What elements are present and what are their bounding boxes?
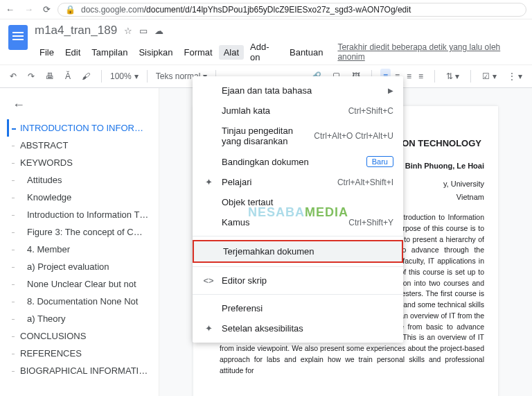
menu-separator (193, 294, 403, 295)
outline-item[interactable]: Attitudes (7, 171, 153, 189)
menu-item-icon: ✦ (202, 323, 215, 334)
menu-item[interactable]: Bandingkan dokumenBaru (193, 151, 403, 172)
menu-shortcut: Ctrl+Alt+O Ctrl+Alt+U (314, 131, 393, 141)
outline-item[interactable]: REFERENCES (7, 345, 153, 362)
menu-item[interactable]: ✦PelajariCtrl+Alt+Shift+I (193, 172, 403, 192)
menu-item[interactable]: Tinjau pengeditan yang disarankanCtrl+Al… (193, 121, 403, 151)
align-justify-icon[interactable]: ≡ (416, 69, 426, 84)
back-icon[interactable]: ← (6, 4, 15, 15)
menu-bantuan[interactable]: Bantuan (285, 45, 328, 60)
menu-item-label: Bandingkan dokumen (222, 157, 360, 167)
menu-shortcut: Ctrl+Shift+C (348, 106, 393, 116)
menu-tampilan[interactable]: Tampilan (87, 45, 132, 60)
paint-format-icon[interactable]: 🖌 (79, 69, 93, 83)
watermark: NESABAMEDIA (248, 205, 348, 220)
chevron-down-icon: ▾ (134, 71, 139, 81)
url-path: /document/d/14lpYhsDPou1jb65yDlcZ9EIESxo… (144, 5, 411, 15)
zoom-select[interactable]: 100% ▾ (110, 71, 139, 81)
outline-item[interactable]: CONCLUSIONS (7, 327, 153, 345)
document-outline: ← INTRODUCTION TO INFORM…ABSTRACTKEYWORD… (0, 88, 159, 396)
browser-chrome: ← → ⟳ 🔒 docs.google.com/document/d/14lpY… (0, 0, 532, 19)
print-icon[interactable]: 🖶 (43, 69, 57, 83)
outline-item[interactable]: 4. Member (7, 241, 153, 258)
browser-nav: ← → ⟳ (6, 4, 51, 15)
outline-item[interactable]: BIOGRAPHICAL INFORMATI… (7, 362, 153, 379)
menu-add-on[interactable]: Add-on (245, 40, 283, 64)
menu-format[interactable]: Format (179, 45, 218, 60)
menu-item-icon: ✦ (202, 177, 215, 187)
url-bar[interactable]: 🔒 docs.google.com/document/d/14lpYhsDPou… (57, 3, 526, 17)
menu-alat[interactable]: Alat (219, 45, 244, 60)
menu-bar: FileEditTampilanSisipkanFormatAlatAdd-on… (35, 40, 525, 64)
outline-item[interactable]: ABSTRACT (7, 137, 153, 154)
outline-item[interactable]: Knowledge (7, 189, 153, 206)
menu-item[interactable]: Jumlah kataCtrl+Shift+C (193, 101, 403, 121)
menu-item[interactable]: ✦Setelan aksesibilitas (193, 318, 403, 338)
outline-item[interactable]: a) Project evaluation (7, 258, 153, 275)
outline-item[interactable]: None Unclear Clear but not (7, 275, 153, 293)
last-edit-link[interactable]: Terakhir diedit beberapa detik yang lalu… (337, 42, 525, 62)
outline-item[interactable]: INTRODUCTION TO INFORM… (7, 119, 153, 137)
menu-file[interactable]: File (35, 45, 59, 60)
menu-item-label: Terjemahkan dokumen (223, 246, 392, 257)
url-host: docs.google.com (81, 5, 144, 15)
menu-sisipkan[interactable]: Sisipkan (134, 45, 177, 60)
redo-icon[interactable]: ↷ (25, 69, 37, 83)
outline-item[interactable]: 8. Documentation None Not (7, 293, 153, 310)
menu-item-label: Jumlah kata (222, 105, 342, 116)
bulleted-list-icon[interactable]: ⋮ ▾ (505, 69, 525, 83)
menu-item-label: Setelan aksesibilitas (222, 323, 393, 334)
menu-item[interactable]: Terjemahkan dokumen (193, 240, 403, 263)
outline-item[interactable]: KEYWORDS (7, 154, 153, 171)
line-spacing-icon[interactable]: ⇅ ▾ (443, 69, 462, 83)
outline-item[interactable]: Figure 3: The concept of CDI… (7, 223, 153, 241)
menu-item[interactable]: Preferensi (193, 298, 403, 318)
outline-item[interactable]: a) Theory (7, 310, 153, 327)
star-icon[interactable]: ☆ (124, 26, 132, 36)
docs-logo-icon[interactable] (8, 25, 28, 50)
menu-edit[interactable]: Edit (60, 45, 85, 60)
reload-icon[interactable]: ⟳ (43, 4, 51, 15)
menu-item-label: Pelajari (222, 177, 330, 187)
new-badge: Baru (366, 156, 393, 167)
menu-item-label: Preferensi (222, 303, 393, 313)
align-right-icon[interactable]: ≡ (404, 69, 414, 84)
menu-item[interactable]: Ejaan dan tata bahasa▶ (193, 80, 403, 101)
spellcheck-icon[interactable]: Ă (62, 69, 73, 83)
cloud-icon[interactable]: ☁ (154, 26, 163, 36)
menu-shortcut: Ctrl+Alt+Shift+I (337, 178, 393, 187)
doc-title[interactable]: m1a4_tran_189 (35, 24, 117, 37)
chevron-right-icon: ▶ (388, 87, 393, 94)
menu-separator (193, 266, 403, 267)
menu-item-label: Editor skrip (222, 275, 393, 286)
lock-icon: 🔒 (65, 5, 76, 15)
outline-back-icon[interactable]: ← (7, 95, 153, 119)
menu-item[interactable]: <>Editor skrip (193, 270, 403, 291)
menu-item-label: Tinjau pengeditan yang disarankan (222, 126, 307, 146)
menu-item-label: Ejaan dan tata bahasa (222, 85, 381, 96)
menu-separator (193, 236, 403, 236)
checklist-icon[interactable]: ☑ ▾ (479, 69, 499, 83)
outline-item[interactable]: Introduction to Information T… (7, 206, 153, 223)
forward-icon[interactable]: → (24, 4, 33, 15)
undo-icon[interactable]: ↶ (7, 69, 19, 83)
menu-shortcut: Ctrl+Shift+Y (348, 218, 393, 227)
docs-header: m1a4_tran_189 ☆ ▭ ☁ FileEditTampilanSisi… (0, 19, 532, 64)
move-icon[interactable]: ▭ (139, 26, 148, 36)
menu-item-icon: <> (202, 275, 215, 286)
